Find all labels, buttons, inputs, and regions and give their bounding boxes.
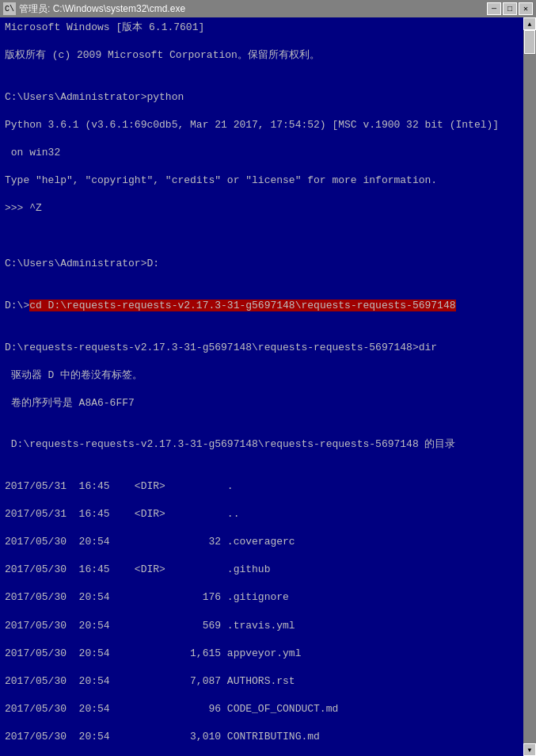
cmd-icon: C\ xyxy=(3,2,16,15)
terminal-line: 2017/05/30 20:54 3,010 CONTRIBUTING.md xyxy=(5,730,519,744)
scroll-down-button[interactable]: ▼ xyxy=(523,743,536,756)
cmd-window: C\ 管理员: C:\Windows\system32\cmd.exe ─ □ … xyxy=(0,0,536,756)
minimize-button[interactable]: ─ xyxy=(487,2,501,15)
scroll-thumb[interactable] xyxy=(524,30,535,54)
terminal-line: D:\>cd D:\requests-requests-v2.17.3-31-g… xyxy=(5,299,519,313)
terminal-line: 2017/05/30 20:54 96 CODE_OF_CONDUCT.md xyxy=(5,702,519,716)
scroll-track[interactable] xyxy=(523,30,536,743)
terminal-line: 2017/05/31 16:45 <DIR> .. xyxy=(5,507,519,521)
terminal-line: 2017/05/30 20:54 1,615 appveyor.yml xyxy=(5,647,519,661)
terminal-line: Python 3.6.1 (v3.6.1:69c0db5, Mar 21 201… xyxy=(5,118,519,132)
terminal-line: 2017/05/30 20:54 32 .coveragerc xyxy=(5,535,519,549)
terminal-output[interactable]: Microsoft Windows [版本 6.1.7601] 版权所有 (c)… xyxy=(0,17,523,756)
terminal-line: on win32 xyxy=(5,146,519,160)
content-area: Microsoft Windows [版本 6.1.7601] 版权所有 (c)… xyxy=(0,17,536,756)
terminal-line: 2017/05/30 20:54 569 .travis.yml xyxy=(5,619,519,633)
scrollbar[interactable]: ▲ ▼ xyxy=(523,17,536,756)
maximize-button[interactable]: □ xyxy=(503,2,517,15)
terminal-line: 驱动器 D 中的卷没有标签。 xyxy=(5,368,519,383)
terminal-line: 2017/05/31 16:45 <DIR> . xyxy=(5,479,519,494)
terminal-line: >>> ^Z xyxy=(5,201,519,216)
terminal-line: 2017/05/30 16:45 <DIR> .github xyxy=(5,563,519,577)
terminal-line: D:\requests-requests-v2.17.3-31-g5697148… xyxy=(5,437,519,452)
terminal-line: 2017/05/30 20:54 7,087 AUTHORS.rst xyxy=(5,674,519,689)
terminal-line: D:\requests-requests-v2.17.3-31-g5697148… xyxy=(5,341,519,355)
terminal-line: 版权所有 (c) 2009 Microsoft Corporation。保留所有… xyxy=(5,48,519,63)
title-bar: C\ 管理员: C:\Windows\system32\cmd.exe ─ □ … xyxy=(0,0,536,17)
terminal-line: Type "help", "copyright", "credits" or "… xyxy=(5,174,519,188)
scroll-up-button[interactable]: ▲ xyxy=(523,17,536,30)
window-controls: ─ □ ✕ xyxy=(487,2,533,15)
title-bar-left: C\ 管理员: C:\Windows\system32\cmd.exe xyxy=(3,2,185,16)
window-title: 管理员: C:\Windows\system32\cmd.exe xyxy=(19,2,185,16)
terminal-line: 卷的序列号是 A8A6-6FF7 xyxy=(5,396,519,410)
close-button[interactable]: ✕ xyxy=(519,2,533,15)
terminal-line: 2017/05/30 20:54 176 .gitignore xyxy=(5,590,519,605)
terminal-line: Microsoft Windows [版本 6.1.7601] xyxy=(5,21,519,35)
terminal-line: C:\Users\Administrator>D: xyxy=(5,257,519,271)
terminal-line: C:\Users\Administrator>python xyxy=(5,90,519,105)
